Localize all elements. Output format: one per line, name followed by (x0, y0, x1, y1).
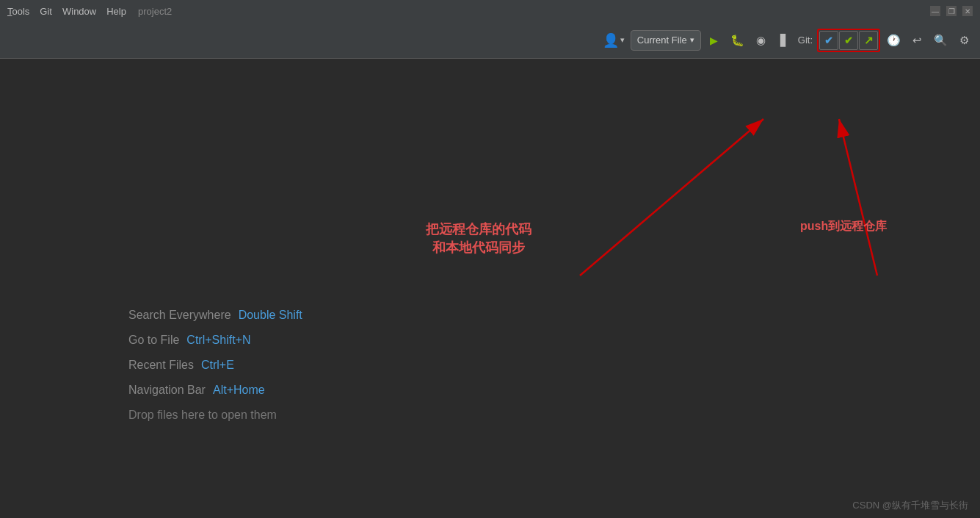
recent-files-label: Recent Files (128, 359, 194, 372)
shortcut-drop-files: Drop files here to open them (128, 409, 302, 422)
git-push-icon: ↗ (864, 34, 874, 47)
close-button[interactable]: ✕ (962, 6, 973, 16)
window-controls: — ❐ ✕ (930, 6, 973, 16)
current-file-chevron-icon: ▾ (690, 35, 694, 45)
profile-icon: ◉ (756, 34, 766, 47)
user-chevron-icon: ▾ (620, 35, 625, 45)
undo-button[interactable]: ↩ (907, 30, 927, 51)
git-check-button[interactable]: ✔ (839, 31, 858, 50)
search-button[interactable]: 🔍 (930, 30, 951, 51)
recent-files-key: Ctrl+E (201, 359, 234, 372)
settings-icon: ⚙ (959, 34, 969, 47)
run-icon: ▶ (710, 35, 718, 46)
shortcut-recent-files: Recent Files Ctrl+E (128, 359, 302, 372)
navigation-bar-key: Alt+Home (213, 384, 265, 397)
user-icon: 👤 (603, 32, 619, 48)
git-actions-box: ✔ ✔ ↗ (817, 29, 880, 52)
git-label: Git: (798, 35, 813, 46)
annotation-sync: 把远程仓库的代码 和本地代码同步 (426, 220, 531, 257)
main-content: 把远程仓库的代码 和本地代码同步 push到远程仓库 Search Everyw… (0, 59, 980, 518)
menu-tools[interactable]: Tools (7, 6, 29, 17)
svg-line-1 (580, 119, 763, 276)
shortcut-goto-file: Go to File Ctrl+Shift+N (128, 334, 302, 347)
user-button[interactable]: 👤 ▾ (600, 31, 628, 50)
search-everywhere-key: Double Shift (239, 309, 302, 322)
debug-icon: 🐛 (730, 34, 744, 47)
annotation-arrows (0, 59, 980, 518)
git-check-icon: ✔ (844, 35, 853, 46)
run-button[interactable]: ▶ (704, 30, 725, 51)
menu-help[interactable]: Help (106, 6, 126, 17)
current-file-label: Current File (637, 35, 687, 46)
git-commit-button[interactable]: ✔ (819, 31, 838, 50)
shortcut-search: Search Everywhere Double Shift (128, 309, 302, 322)
project-title: project2 (138, 6, 172, 17)
menu-git[interactable]: Git (40, 6, 52, 17)
maximize-button[interactable]: ❐ (946, 6, 957, 16)
shortcut-navigation-bar: Navigation Bar Alt+Home (128, 384, 302, 397)
search-everywhere-label: Search Everywhere (128, 309, 231, 322)
goto-file-key: Ctrl+Shift+N (186, 334, 250, 347)
annotation-push: push到远程仓库 (800, 219, 887, 234)
git-push-button[interactable]: ↗ (859, 31, 878, 50)
menu-bar: Tools Git Window Help (7, 6, 126, 17)
profile-button[interactable]: ◉ (751, 30, 772, 51)
drop-files-label: Drop files here to open them (128, 409, 277, 422)
title-bar: Tools Git Window Help project2 — ❐ ✕ (0, 0, 980, 22)
settings-button[interactable]: ⚙ (954, 30, 974, 51)
history-icon: 🕐 (887, 34, 901, 47)
svg-line-2 (839, 119, 877, 276)
menu-window[interactable]: Window (62, 6, 96, 17)
navigation-bar-label: Navigation Bar (128, 384, 206, 397)
toolbar: 👤 ▾ Current File ▾ ▶ 🐛 ◉ ▋ Git: ✔ ✔ ↗ 🕐 … (0, 22, 980, 59)
git-commit-icon: ✔ (824, 35, 833, 46)
undo-icon: ↩ (912, 34, 922, 47)
current-file-button[interactable]: Current File ▾ (631, 30, 701, 51)
search-icon: 🔍 (934, 34, 948, 47)
more-icon: ▋ (780, 34, 789, 47)
shortcuts-area: Search Everywhere Double Shift Go to Fil… (128, 309, 302, 422)
minimize-button[interactable]: — (930, 6, 940, 16)
debug-button[interactable]: 🐛 (727, 30, 748, 51)
more-button[interactable]: ▋ (774, 30, 795, 51)
title-bar-left: Tools Git Window Help project2 (7, 6, 172, 17)
watermark: CSDN @纵有千堆雪与长街 (852, 499, 968, 512)
goto-file-label: Go to File (128, 334, 179, 347)
history-button[interactable]: 🕐 (883, 30, 904, 51)
